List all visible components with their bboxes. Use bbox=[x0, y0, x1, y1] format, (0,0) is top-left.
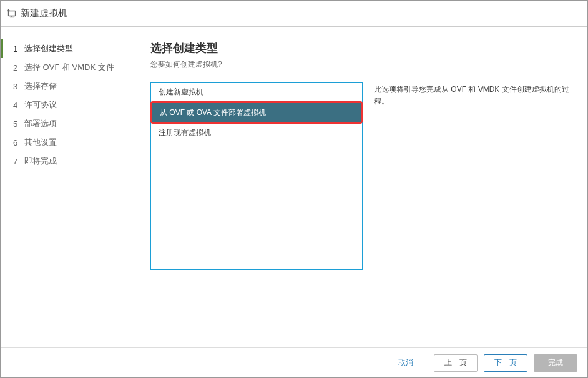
option-register-existing-vm[interactable]: 注册现有虚拟机 bbox=[151, 123, 362, 142]
step-label: 部署选项 bbox=[24, 118, 57, 129]
step-number: 7 bbox=[13, 157, 24, 166]
step-ready-complete[interactable]: 7 即将完成 bbox=[1, 152, 138, 171]
dialog-footer: 取消 上一页 下一页 完成 bbox=[1, 347, 587, 377]
dialog-body: 1 选择创建类型 2 选择 OVF 和 VMDK 文件 3 选择存储 4 许可协… bbox=[1, 27, 587, 347]
step-number: 6 bbox=[13, 138, 24, 147]
new-vm-dialog: 新建虚拟机 1 选择创建类型 2 选择 OVF 和 VMDK 文件 3 选择存储… bbox=[0, 0, 588, 378]
creation-options-panel: 创建新虚拟机 从 OVF 或 OVA 文件部署虚拟机 注册现有虚拟机 bbox=[150, 82, 363, 270]
highlight-annotation: 从 OVF 或 OVA 文件部署虚拟机 bbox=[150, 101, 363, 124]
step-license[interactable]: 4 许可协议 bbox=[1, 96, 138, 114]
step-label: 选择存储 bbox=[24, 81, 57, 92]
step-number: 4 bbox=[13, 101, 24, 110]
step-select-ovf-vmdk[interactable]: 2 选择 OVF 和 VMDK 文件 bbox=[1, 58, 138, 77]
option-description: 此选项将引导您完成从 OVF 和 VMDK 文件创建虚拟机的过程。 bbox=[373, 82, 575, 341]
step-label: 即将完成 bbox=[24, 156, 57, 167]
option-deploy-from-ovf-ova[interactable]: 从 OVF 或 OVA 文件部署虚拟机 bbox=[152, 103, 361, 122]
cancel-button[interactable]: 取消 bbox=[384, 354, 428, 372]
option-label: 注册现有虚拟机 bbox=[159, 127, 211, 138]
svg-rect-0 bbox=[9, 11, 16, 16]
option-label: 从 OVF 或 OVA 文件部署虚拟机 bbox=[160, 107, 266, 118]
creation-type-row: 创建新虚拟机 从 OVF 或 OVA 文件部署虚拟机 注册现有虚拟机 此选项将引… bbox=[150, 82, 575, 341]
main-title: 选择创建类型 bbox=[150, 41, 575, 56]
dialog-title: 新建虚拟机 bbox=[21, 7, 67, 19]
option-create-new-vm[interactable]: 创建新虚拟机 bbox=[151, 83, 362, 102]
step-label: 选择创建类型 bbox=[24, 43, 73, 54]
next-button[interactable]: 下一页 bbox=[484, 354, 527, 372]
wizard-sidebar: 1 选择创建类型 2 选择 OVF 和 VMDK 文件 3 选择存储 4 许可协… bbox=[1, 27, 138, 347]
title-bar: 新建虚拟机 bbox=[1, 1, 587, 27]
step-number: 2 bbox=[13, 63, 24, 72]
step-label: 选择 OVF 和 VMDK 文件 bbox=[24, 62, 114, 73]
option-label: 创建新虚拟机 bbox=[159, 87, 203, 97]
step-number: 5 bbox=[13, 119, 24, 129]
step-deployment-options[interactable]: 5 部署选项 bbox=[1, 114, 138, 133]
step-label: 许可协议 bbox=[24, 99, 57, 111]
main-subtitle: 您要如何创建虚拟机? bbox=[150, 59, 575, 70]
main-panel: 选择创建类型 您要如何创建虚拟机? 创建新虚拟机 从 OVF 或 OVA 文件部… bbox=[138, 27, 587, 347]
step-number: 3 bbox=[13, 82, 24, 91]
step-number: 1 bbox=[13, 44, 24, 54]
step-label: 其他设置 bbox=[24, 137, 57, 148]
finish-button[interactable]: 完成 bbox=[534, 354, 577, 372]
step-select-creation-type[interactable]: 1 选择创建类型 bbox=[1, 39, 138, 58]
new-vm-icon bbox=[7, 9, 17, 19]
step-other-settings[interactable]: 6 其他设置 bbox=[1, 133, 138, 152]
step-select-storage[interactable]: 3 选择存储 bbox=[1, 77, 138, 96]
prev-button[interactable]: 上一页 bbox=[434, 354, 478, 372]
